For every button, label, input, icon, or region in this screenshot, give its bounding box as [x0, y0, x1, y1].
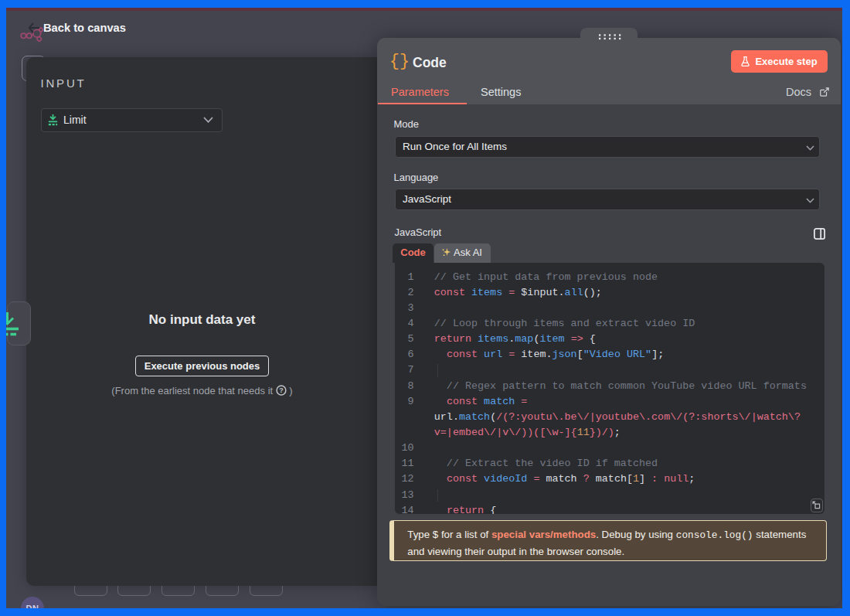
svg-text:?: ? [279, 386, 284, 394]
